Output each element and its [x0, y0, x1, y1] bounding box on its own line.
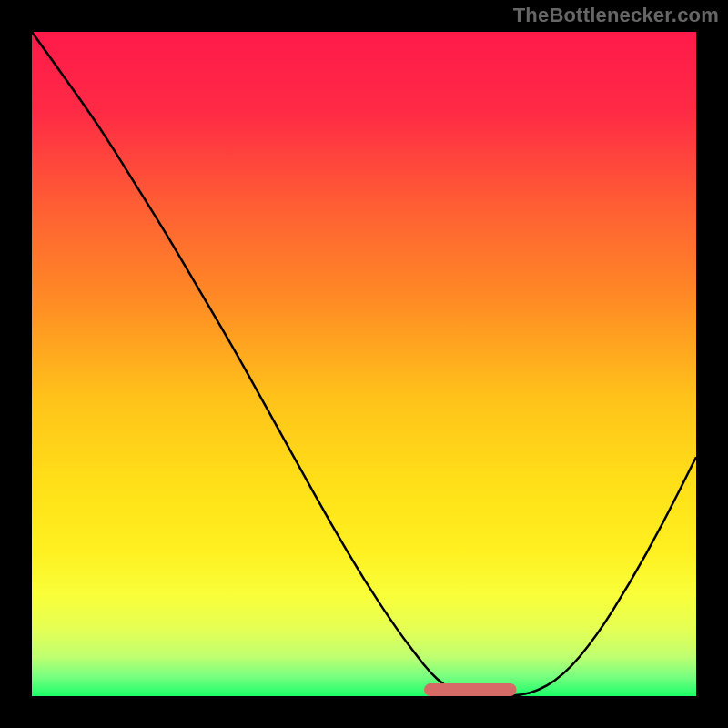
attribution-text: TheBottlenecker.com [513, 4, 719, 27]
stage: TheBottlenecker.com [0, 0, 728, 728]
chart-svg [32, 32, 696, 696]
chart-background [32, 32, 696, 696]
chart-plot [32, 32, 696, 696]
